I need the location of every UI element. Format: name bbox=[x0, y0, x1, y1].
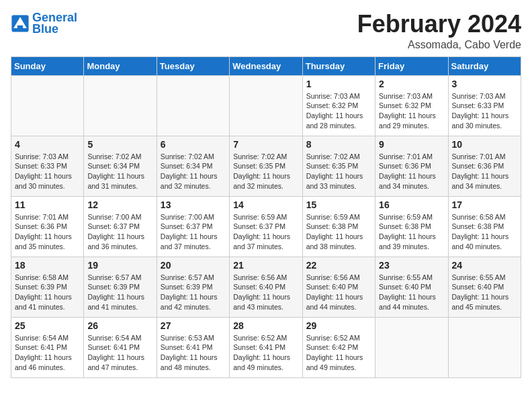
day-info: Sunrise: 7:03 AM Sunset: 6:33 PM Dayligh… bbox=[15, 152, 80, 191]
logo-icon bbox=[11, 14, 30, 33]
day-info: Sunrise: 7:00 AM Sunset: 6:37 PM Dayligh… bbox=[87, 212, 152, 252]
day-number: 24 bbox=[452, 260, 517, 271]
day-info: Sunrise: 6:59 AM Sunset: 6:38 PM Dayligh… bbox=[306, 212, 371, 252]
calendar-cell: 14Sunrise: 6:59 AM Sunset: 6:37 PM Dayli… bbox=[230, 196, 302, 257]
day-number: 12 bbox=[87, 199, 152, 210]
calendar-cell bbox=[84, 75, 157, 136]
title-area: February 2024 Assomada, Cabo Verde bbox=[357, 11, 521, 51]
svg-rect-2 bbox=[17, 26, 23, 30]
calendar-table: SundayMondayTuesdayWednesdayThursdayFrid… bbox=[11, 56, 521, 378]
weekday-header-friday: Friday bbox=[375, 56, 448, 75]
day-info: Sunrise: 7:03 AM Sunset: 6:32 PM Dayligh… bbox=[379, 91, 444, 131]
day-info: Sunrise: 6:55 AM Sunset: 6:40 PM Dayligh… bbox=[452, 273, 517, 312]
day-number: 27 bbox=[161, 320, 226, 331]
weekday-header-tuesday: Tuesday bbox=[157, 56, 229, 75]
calendar-cell bbox=[448, 317, 521, 377]
calendar-cell: 17Sunrise: 6:58 AM Sunset: 6:38 PM Dayli… bbox=[448, 196, 521, 257]
day-number: 3 bbox=[452, 79, 517, 89]
calendar-cell: 26Sunrise: 6:54 AM Sunset: 6:41 PM Dayli… bbox=[84, 317, 157, 377]
day-number: 21 bbox=[233, 260, 298, 271]
day-info: Sunrise: 6:56 AM Sunset: 6:40 PM Dayligh… bbox=[306, 273, 371, 312]
day-number: 26 bbox=[87, 320, 152, 331]
day-info: Sunrise: 6:58 AM Sunset: 6:38 PM Dayligh… bbox=[452, 212, 517, 252]
logo: General Blue bbox=[11, 11, 77, 36]
day-number: 4 bbox=[15, 139, 80, 150]
day-number: 29 bbox=[306, 320, 371, 331]
logo-text: General Blue bbox=[32, 11, 77, 36]
calendar-cell: 4Sunrise: 7:03 AM Sunset: 6:33 PM Daylig… bbox=[11, 136, 84, 196]
calendar-cell bbox=[375, 317, 448, 377]
calendar-cell bbox=[230, 75, 302, 136]
calendar-cell: 11Sunrise: 7:01 AM Sunset: 6:36 PM Dayli… bbox=[11, 196, 84, 257]
day-number: 28 bbox=[233, 320, 298, 331]
day-info: Sunrise: 7:02 AM Sunset: 6:34 PM Dayligh… bbox=[87, 152, 152, 191]
calendar-cell: 19Sunrise: 6:57 AM Sunset: 6:39 PM Dayli… bbox=[84, 257, 157, 317]
location-subtitle: Assomada, Cabo Verde bbox=[357, 39, 521, 51]
weekday-header-saturday: Saturday bbox=[448, 56, 521, 75]
day-number: 5 bbox=[87, 139, 152, 150]
calendar-week-2: 4Sunrise: 7:03 AM Sunset: 6:33 PM Daylig… bbox=[11, 136, 521, 196]
day-number: 7 bbox=[233, 139, 298, 150]
day-number: 9 bbox=[379, 139, 444, 150]
day-number: 8 bbox=[306, 139, 371, 150]
day-number: 18 bbox=[15, 260, 80, 271]
day-info: Sunrise: 6:59 AM Sunset: 6:38 PM Dayligh… bbox=[379, 212, 444, 252]
day-number: 14 bbox=[233, 199, 298, 210]
calendar-cell: 21Sunrise: 6:56 AM Sunset: 6:40 PM Dayli… bbox=[230, 257, 302, 317]
day-info: Sunrise: 7:01 AM Sunset: 6:36 PM Dayligh… bbox=[452, 152, 517, 191]
calendar-cell: 3Sunrise: 7:03 AM Sunset: 6:33 PM Daylig… bbox=[448, 75, 521, 136]
calendar-cell: 12Sunrise: 7:00 AM Sunset: 6:37 PM Dayli… bbox=[84, 196, 157, 257]
day-number: 16 bbox=[379, 199, 444, 210]
calendar-cell: 16Sunrise: 6:59 AM Sunset: 6:38 PM Dayli… bbox=[375, 196, 448, 257]
calendar-cell: 22Sunrise: 6:56 AM Sunset: 6:40 PM Dayli… bbox=[302, 257, 375, 317]
day-info: Sunrise: 6:58 AM Sunset: 6:39 PM Dayligh… bbox=[15, 273, 80, 312]
day-info: Sunrise: 6:54 AM Sunset: 6:41 PM Dayligh… bbox=[15, 333, 80, 373]
month-title: February 2024 bbox=[357, 11, 521, 38]
day-info: Sunrise: 7:00 AM Sunset: 6:37 PM Dayligh… bbox=[161, 212, 226, 252]
calendar-cell: 1Sunrise: 7:03 AM Sunset: 6:32 PM Daylig… bbox=[302, 75, 375, 136]
day-number: 19 bbox=[87, 260, 152, 271]
weekday-header-sunday: Sunday bbox=[11, 56, 84, 75]
calendar-cell: 2Sunrise: 7:03 AM Sunset: 6:32 PM Daylig… bbox=[375, 75, 448, 136]
calendar-cell: 9Sunrise: 7:01 AM Sunset: 6:36 PM Daylig… bbox=[375, 136, 448, 196]
day-info: Sunrise: 6:57 AM Sunset: 6:39 PM Dayligh… bbox=[87, 273, 152, 312]
calendar-header-row: SundayMondayTuesdayWednesdayThursdayFrid… bbox=[11, 56, 521, 75]
day-info: Sunrise: 7:02 AM Sunset: 6:35 PM Dayligh… bbox=[306, 152, 371, 191]
day-number: 20 bbox=[161, 260, 226, 271]
day-number: 25 bbox=[15, 320, 80, 331]
day-info: Sunrise: 7:02 AM Sunset: 6:34 PM Dayligh… bbox=[161, 152, 226, 191]
day-info: Sunrise: 7:01 AM Sunset: 6:36 PM Dayligh… bbox=[15, 212, 80, 252]
day-info: Sunrise: 6:56 AM Sunset: 6:40 PM Dayligh… bbox=[233, 273, 298, 312]
calendar-cell: 28Sunrise: 6:52 AM Sunset: 6:41 PM Dayli… bbox=[230, 317, 302, 377]
weekday-header-thursday: Thursday bbox=[302, 56, 375, 75]
day-number: 1 bbox=[306, 79, 371, 89]
day-number: 13 bbox=[161, 199, 226, 210]
calendar-cell: 8Sunrise: 7:02 AM Sunset: 6:35 PM Daylig… bbox=[302, 136, 375, 196]
calendar-cell: 25Sunrise: 6:54 AM Sunset: 6:41 PM Dayli… bbox=[11, 317, 84, 377]
day-number: 17 bbox=[452, 199, 517, 210]
calendar-cell: 23Sunrise: 6:55 AM Sunset: 6:40 PM Dayli… bbox=[375, 257, 448, 317]
day-number: 11 bbox=[15, 199, 80, 210]
calendar-cell: 18Sunrise: 6:58 AM Sunset: 6:39 PM Dayli… bbox=[11, 257, 84, 317]
calendar-cell: 24Sunrise: 6:55 AM Sunset: 6:40 PM Dayli… bbox=[448, 257, 521, 317]
calendar-cell: 5Sunrise: 7:02 AM Sunset: 6:34 PM Daylig… bbox=[84, 136, 157, 196]
day-info: Sunrise: 6:52 AM Sunset: 6:42 PM Dayligh… bbox=[306, 333, 371, 373]
day-info: Sunrise: 7:01 AM Sunset: 6:36 PM Dayligh… bbox=[379, 152, 444, 191]
day-number: 23 bbox=[379, 260, 444, 271]
day-number: 6 bbox=[161, 139, 226, 150]
calendar-cell bbox=[157, 75, 229, 136]
calendar-cell bbox=[11, 75, 84, 136]
day-info: Sunrise: 6:52 AM Sunset: 6:41 PM Dayligh… bbox=[233, 333, 298, 373]
calendar-cell: 29Sunrise: 6:52 AM Sunset: 6:42 PM Dayli… bbox=[302, 317, 375, 377]
day-info: Sunrise: 6:53 AM Sunset: 6:41 PM Dayligh… bbox=[161, 333, 226, 373]
weekday-header-wednesday: Wednesday bbox=[230, 56, 302, 75]
day-info: Sunrise: 6:59 AM Sunset: 6:37 PM Dayligh… bbox=[233, 212, 298, 252]
calendar-cell: 27Sunrise: 6:53 AM Sunset: 6:41 PM Dayli… bbox=[157, 317, 229, 377]
calendar-week-5: 25Sunrise: 6:54 AM Sunset: 6:41 PM Dayli… bbox=[11, 317, 521, 377]
day-info: Sunrise: 6:55 AM Sunset: 6:40 PM Dayligh… bbox=[379, 273, 444, 312]
calendar-cell: 20Sunrise: 6:57 AM Sunset: 6:39 PM Dayli… bbox=[157, 257, 229, 317]
day-info: Sunrise: 7:02 AM Sunset: 6:35 PM Dayligh… bbox=[233, 152, 298, 191]
calendar-cell: 7Sunrise: 7:02 AM Sunset: 6:35 PM Daylig… bbox=[230, 136, 302, 196]
page-header: General Blue February 2024 Assomada, Cab… bbox=[11, 11, 521, 51]
day-info: Sunrise: 6:57 AM Sunset: 6:39 PM Dayligh… bbox=[161, 273, 226, 312]
